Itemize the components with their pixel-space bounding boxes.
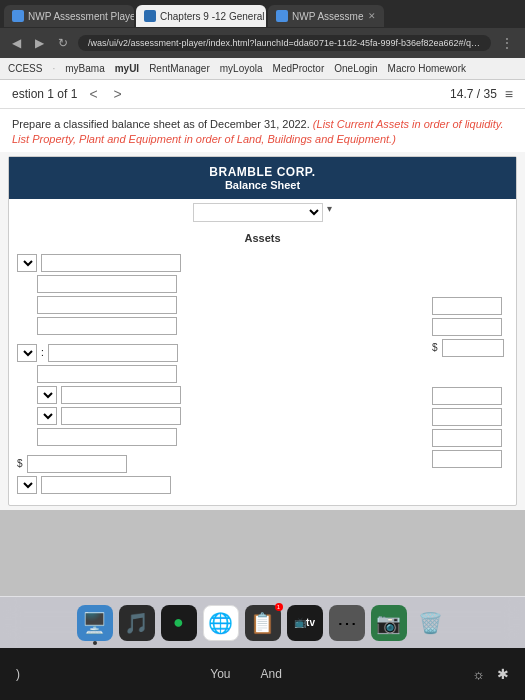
bs-right-r6-input[interactable] (432, 387, 502, 405)
brightness-icon[interactable]: ☼ (472, 666, 485, 682)
dock-tv[interactable]: 📺tv (287, 605, 323, 641)
bs-assets-header: Assets (9, 226, 516, 250)
bookmark-myloyola[interactable]: myLoyola (220, 63, 263, 74)
bs-row-3 (37, 296, 426, 314)
bs-row7-input[interactable] (61, 386, 181, 404)
prev-question-button[interactable]: < (85, 86, 101, 102)
tab-1-icon (12, 10, 24, 22)
question-main-text: Prepare a classified balance sheet as of… (12, 118, 310, 130)
bs-row8-select[interactable] (37, 407, 57, 425)
bs-row10-dollar: $ (17, 458, 23, 469)
dock-spotify[interactable]: ● (161, 605, 197, 641)
notif-badge: 1 (275, 603, 283, 611)
bs-row9-input[interactable] (37, 428, 177, 446)
bs-row7-select[interactable] (37, 386, 57, 404)
address-input[interactable]: /was/ui/v2/assessment-player/index.html?… (78, 35, 491, 51)
bs-date-select[interactable]: December 31, 2022 (193, 203, 323, 222)
bookmark-rentmanager[interactable]: RentManager (149, 63, 210, 74)
bs-row-10: $ (17, 455, 426, 473)
bs-right-r1 (432, 276, 508, 297)
tab-2-label: Chapters 9 -12 General Ledge (160, 11, 266, 22)
bookmark-ccess[interactable]: CCESS (8, 63, 42, 74)
bs-row-6 (37, 365, 426, 383)
bs-row-5: : (17, 344, 426, 362)
bottom-bar: ) You And ☼ ✱ (0, 648, 525, 700)
score-section: 14.7 / 35 ≡ (450, 86, 513, 102)
spotify-icon: ● (173, 612, 184, 633)
bookmark-onelogin[interactable]: OneLogin (334, 63, 377, 74)
question-text-container: Prepare a classified balance sheet as of… (0, 109, 525, 152)
bs-right-r9 (432, 450, 508, 468)
bs-right-r9-input[interactable] (432, 450, 502, 468)
back-button[interactable]: ◀ (8, 34, 25, 52)
bs-row-9 (37, 428, 426, 446)
dropdown-arrow-icon: ▾ (327, 203, 332, 222)
tab-2[interactable]: Chapters 9 -12 General Ledge ✕ (136, 5, 266, 27)
bookmark-myui[interactable]: myUI (115, 63, 139, 74)
bs-row4-input[interactable] (37, 317, 177, 335)
bs-row-2 (37, 275, 426, 293)
app1-icon: 📋 (250, 611, 275, 635)
bs-right-column: $ (432, 254, 508, 497)
dock-facetime[interactable]: 📷 (371, 605, 407, 641)
question-label: estion 1 of 1 (12, 87, 77, 101)
bs-right-r3 (432, 318, 508, 336)
tab-3-close[interactable]: ✕ (368, 11, 376, 21)
dock-app1[interactable]: 📋 1 (245, 605, 281, 641)
next-question-button[interactable]: > (110, 86, 126, 102)
bs-row11-select[interactable] (17, 476, 37, 494)
bs-right-r4-input[interactable] (442, 339, 504, 357)
bs-row11-input[interactable] (41, 476, 171, 494)
dock-trash[interactable]: 🗑️ (413, 605, 449, 641)
dock-finder[interactable]: 🖥️ (77, 605, 113, 641)
dock-messages[interactable]: ⋯ (329, 605, 365, 641)
bs-row8-input[interactable] (61, 407, 181, 425)
bs-right-r2-input[interactable] (432, 297, 502, 315)
bs-header: BRAMBLE CORP. Balance Sheet (9, 157, 516, 199)
bs-row6-input[interactable] (37, 365, 177, 383)
bs-row3-input[interactable] (37, 296, 177, 314)
bs-right-r2 (432, 297, 508, 315)
question-nav: estion 1 of 1 < > (12, 86, 126, 102)
question-bar: estion 1 of 1 < > 14.7 / 35 ≡ (0, 80, 525, 109)
tv-icon: 📺tv (294, 617, 315, 628)
bookmark-mybama[interactable]: myBama (65, 63, 104, 74)
bs-row5-input[interactable] (48, 344, 178, 362)
settings-icon[interactable]: ✱ (497, 666, 509, 682)
balance-sheet-container: BRAMBLE CORP. Balance Sheet December 31,… (8, 156, 517, 506)
bs-row2-input[interactable] (37, 275, 177, 293)
bs-row1-input[interactable] (41, 254, 181, 272)
bs-right-r5 (432, 366, 508, 387)
browser-chrome: NWP Assessment Player UI A ✕ Chapters 9 … (0, 0, 525, 80)
tab-1-label: NWP Assessment Player UI A (28, 11, 134, 22)
bs-row1-select[interactable] (17, 254, 37, 272)
refresh-button[interactable]: ↻ (54, 34, 72, 52)
bottom-center-2: And (261, 667, 282, 681)
tab-1[interactable]: NWP Assessment Player UI A ✕ (4, 5, 134, 27)
tab-3[interactable]: NWP Assessme ✕ (268, 5, 384, 27)
bookmark-medproctor[interactable]: MedProctor (273, 63, 325, 74)
bs-right-r8-input[interactable] (432, 429, 502, 447)
chrome-icon: 🌐 (208, 611, 233, 635)
bs-right-r7-input[interactable] (432, 408, 502, 426)
tab-3-icon (276, 10, 288, 22)
bookmark-macrohomework[interactable]: Macro Homework (388, 63, 466, 74)
bookmarks-bar: CCESS · myBama myUI RentManager myLoyola… (0, 58, 525, 80)
bs-row5-select[interactable] (17, 344, 37, 362)
extensions-button[interactable]: ⋮ (497, 34, 517, 52)
dock-chrome[interactable]: 🌐 (203, 605, 239, 641)
bs-right-r3-input[interactable] (432, 318, 502, 336)
bs-right-r4: $ (432, 339, 508, 357)
bs-right-r4-dollar: $ (432, 342, 438, 353)
list-icon[interactable]: ≡ (505, 86, 513, 102)
music-icon: 🎵 (124, 611, 149, 635)
dock-music[interactable]: 🎵 (119, 605, 155, 641)
bs-row10-input[interactable] (27, 455, 127, 473)
bs-date-row: December 31, 2022 ▾ (9, 199, 516, 226)
bs-right-r6 (432, 387, 508, 405)
bs-row-1 (17, 254, 426, 272)
bs-right-r7 (432, 408, 508, 426)
forward-button[interactable]: ▶ (31, 34, 48, 52)
bs-right-r8 (432, 429, 508, 447)
bs-columns: : (17, 254, 508, 497)
